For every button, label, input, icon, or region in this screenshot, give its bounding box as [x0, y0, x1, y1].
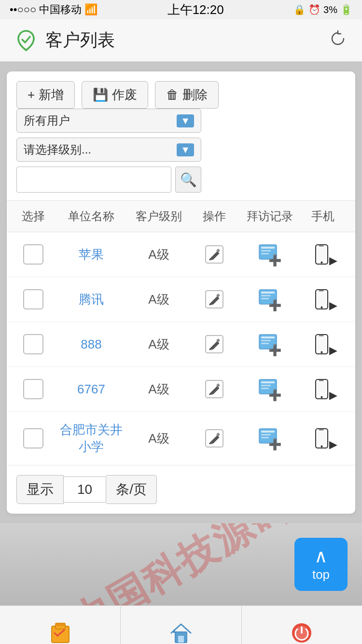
svg-rect-21	[261, 340, 271, 341]
row-edit[interactable]	[190, 243, 238, 266]
svg-rect-40	[261, 437, 269, 438]
checkbox[interactable]	[23, 334, 43, 354]
svg-rect-20	[261, 336, 275, 338]
power-icon	[288, 619, 315, 644]
svg-point-16	[320, 307, 322, 308]
status-bar: ••○○○ 中国移动 📶 上午12:20 🔒 ⏰ 3% 🔋	[0, 0, 362, 19]
row-name[interactable]: 苹果	[55, 246, 127, 263]
top-label: top	[312, 567, 330, 582]
signal-dots: ••○○○	[10, 3, 36, 16]
row-visit[interactable]: ➕	[238, 377, 301, 402]
row-name[interactable]: 6767	[55, 382, 127, 397]
toolbar: + 新增 💾 作废 🗑 删除 所有用户 ▼ 请选择级别... ▼	[7, 71, 355, 200]
row-name[interactable]: 腾讯	[55, 291, 127, 308]
row-phone[interactable]: ▶	[301, 287, 345, 312]
clipboard-icon	[47, 619, 74, 644]
pagination: 显示 10 条/页	[7, 465, 355, 514]
row-name[interactable]: 合肥市关井小学	[55, 421, 127, 455]
tab-bar	[0, 605, 362, 644]
toolbar-left: + 新增 💾 作废 🗑 删除	[16, 81, 219, 109]
delete-button[interactable]: 🗑 删除	[155, 81, 219, 109]
svg-rect-11	[261, 292, 275, 294]
status-time: 上午12:20	[167, 1, 224, 18]
svg-rect-6	[317, 247, 326, 261]
alarm-icon: ⏰	[308, 4, 320, 15]
row-visit[interactable]: ➕	[238, 287, 301, 312]
pagination-unit: 条/页	[106, 475, 157, 504]
col-action: 操作	[190, 209, 238, 224]
table-area: 选择 单位名称 客户级别 操作 拜访记录 手机 苹果 A级 ➕	[7, 200, 355, 465]
svg-rect-38	[261, 431, 275, 433]
svg-rect-15	[317, 292, 326, 306]
row-edit[interactable]	[190, 378, 238, 401]
row-visit[interactable]: ➕	[238, 332, 301, 357]
svg-rect-2	[261, 247, 275, 249]
toolbar-right: 所有用户 ▼ 请选择级别... ▼ 🔍	[16, 109, 201, 193]
row-visit[interactable]: ➕	[238, 242, 301, 267]
delete-icon: 🗑	[166, 87, 179, 102]
svg-rect-42	[317, 431, 326, 445]
row-checkbox[interactable]	[12, 289, 55, 309]
tab-home[interactable]	[121, 606, 241, 644]
row-phone[interactable]: ▶	[301, 242, 345, 267]
svg-rect-44	[319, 430, 324, 431]
svg-rect-39	[261, 434, 271, 435]
status-right: 🔒 ⏰ 3% 🔋	[293, 4, 352, 15]
row-checkbox[interactable]	[12, 379, 55, 399]
row-visit[interactable]: ➕	[238, 426, 301, 451]
top-chevron-icon: ∧	[314, 547, 328, 565]
svg-rect-24	[317, 337, 326, 350]
level-filter-dropdown[interactable]: 请选择级别... ▼	[16, 138, 201, 162]
row-phone[interactable]: ▶	[301, 426, 345, 451]
row-edit[interactable]	[190, 427, 238, 450]
battery-level: 3%	[323, 4, 337, 15]
table-row: 888 A级 ➕ ▶	[7, 322, 355, 367]
row-edit[interactable]	[190, 333, 238, 356]
svg-rect-22	[261, 343, 269, 344]
add-button[interactable]: + 新增	[16, 81, 75, 109]
row-edit[interactable]	[190, 288, 238, 311]
refresh-button[interactable]	[328, 29, 348, 52]
tab-power[interactable]	[242, 606, 362, 644]
row-phone[interactable]: ▶	[301, 377, 345, 402]
level-filter-arrow: ▼	[177, 143, 194, 156]
svg-rect-17	[319, 291, 324, 292]
battery-icon: 🔋	[340, 4, 352, 15]
svg-rect-35	[319, 380, 324, 381]
watermark-text: 中国科技源码	[63, 523, 299, 605]
checkbox[interactable]	[23, 244, 43, 265]
draft-button[interactable]: 💾 作废	[82, 81, 148, 109]
row-phone[interactable]: ▶	[301, 332, 345, 357]
col-visit: 拜访记录	[238, 209, 301, 224]
row-name[interactable]: 888	[55, 337, 127, 352]
lock-icon: 🔒	[293, 4, 306, 15]
table-row: 苹果 A级 ➕ ▶	[7, 232, 355, 277]
user-filter-dropdown[interactable]: 所有用户 ▼	[16, 109, 201, 133]
svg-rect-31	[261, 388, 269, 389]
row-level: A级	[127, 381, 190, 398]
checkbox[interactable]	[23, 289, 43, 309]
search-input[interactable]	[16, 167, 171, 193]
table-row: 腾讯 A级 ➕ ▶	[7, 277, 355, 322]
top-button[interactable]: ∧ top	[294, 538, 348, 591]
row-level: A级	[127, 430, 190, 447]
search-icon: 🔍	[180, 172, 197, 188]
search-button[interactable]: 🔍	[175, 167, 201, 193]
gray-area: 中国科技源码 ∧ top	[0, 523, 362, 605]
row-checkbox[interactable]	[12, 334, 55, 354]
col-select: 选择	[12, 209, 55, 224]
row-checkbox[interactable]	[12, 428, 55, 448]
checkbox[interactable]	[23, 428, 43, 448]
row-checkbox[interactable]	[12, 244, 55, 265]
checkbox[interactable]	[23, 379, 43, 399]
col-phone: 手机	[301, 209, 345, 224]
table-body: 苹果 A级 ➕ ▶ 腾讯 A级	[7, 232, 355, 465]
row-level: A级	[127, 336, 190, 353]
tab-clipboard[interactable]	[0, 606, 121, 644]
pagination-count: 10	[64, 476, 106, 503]
delete-label: 删除	[182, 86, 208, 103]
app-logo	[14, 29, 38, 52]
carrier: 中国移动	[39, 2, 82, 17]
col-name: 单位名称	[55, 209, 127, 224]
table-row: 合肥市关井小学 A级 ➕ ▶	[7, 412, 355, 465]
